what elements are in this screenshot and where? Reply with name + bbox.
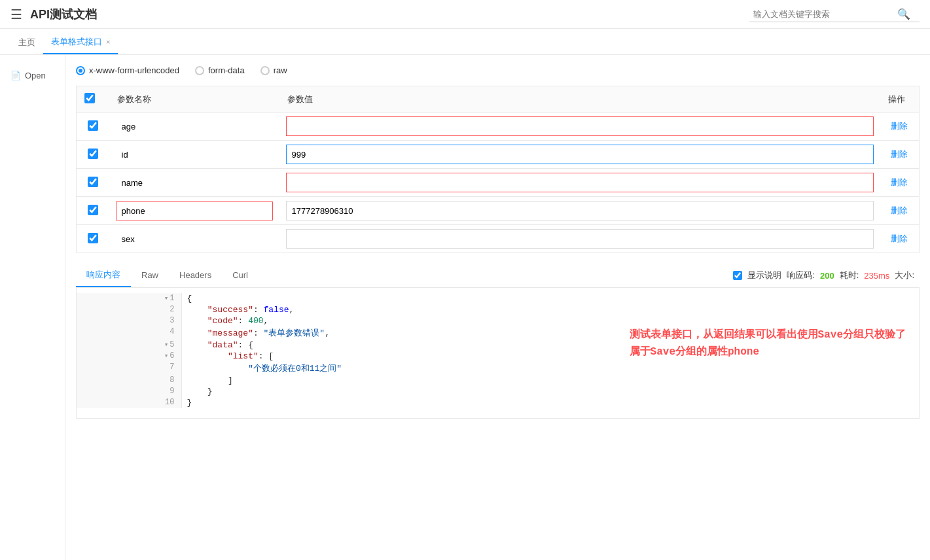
- fold-icon[interactable]: ▾: [164, 351, 169, 360]
- tab-close-icon[interactable]: ×: [106, 38, 110, 46]
- delete-btn-row2[interactable]: 删除: [891, 149, 908, 159]
- radio-formdata-circle: [195, 66, 204, 75]
- response-tabs-bar: 响应内容 Raw Headers Curl 显示说明 响应码: 200 耗时: …: [76, 264, 920, 288]
- param-value-input-row4[interactable]: [286, 201, 874, 220]
- code-line: 3 "code": 400,: [77, 315, 919, 326]
- code-line: 7 "个数必须在0和11之间": [77, 362, 919, 375]
- param-name-input-row1[interactable]: [119, 119, 270, 134]
- sidebar: 📄 Open: [0, 55, 65, 560]
- line-content: }: [182, 386, 919, 397]
- param-value-input-row3[interactable]: [286, 173, 874, 192]
- radio-urlencoded[interactable]: x-www-form-urlencoded: [76, 65, 179, 75]
- response-meta: 显示说明 响应码: 200 耗时: 235ms 大小:: [733, 270, 920, 281]
- line-content: "message": "表单参数错误",: [182, 326, 919, 340]
- param-name-input-row5[interactable]: [119, 232, 270, 247]
- line-number: 2: [77, 304, 182, 315]
- line-content: ]: [182, 375, 919, 386]
- response-tab-curl[interactable]: Curl: [222, 265, 259, 287]
- sidebar-open[interactable]: 📄 Open: [0, 65, 65, 86]
- col-header-value: 参数值: [279, 86, 880, 113]
- table-row: 删除: [77, 225, 920, 253]
- param-name-input-row3[interactable]: [119, 175, 270, 190]
- delete-btn-row4[interactable]: 删除: [891, 205, 908, 215]
- row-checkbox-row2[interactable]: [88, 149, 98, 159]
- delete-btn-row1[interactable]: 删除: [891, 121, 908, 131]
- response-tab-headers[interactable]: Headers: [169, 265, 222, 287]
- code-line: ▾1{: [77, 293, 919, 304]
- code-line: 2 "success": false,: [77, 304, 919, 315]
- line-content: "code": 400,: [182, 315, 919, 326]
- tab-home[interactable]: 主页: [10, 31, 43, 54]
- table-row: 删除: [77, 197, 920, 225]
- show-desc-checkbox[interactable]: [733, 271, 742, 280]
- response-tab-raw[interactable]: Raw: [131, 265, 169, 287]
- row-checkbox-row3[interactable]: [88, 177, 98, 187]
- search-icon: 🔍: [897, 8, 910, 20]
- request-type-group: x-www-form-urlencoded form-data raw: [76, 65, 920, 75]
- header: ☰ API测试文档 🔍: [0, 0, 930, 29]
- delete-btn-row5[interactable]: 删除: [891, 234, 908, 243]
- line-content: "data": {: [182, 340, 919, 351]
- fold-icon[interactable]: ▾: [164, 294, 169, 302]
- search-input[interactable]: [753, 9, 897, 19]
- code-line: 8 ]: [77, 375, 919, 386]
- app-title: API测试文档: [30, 7, 97, 22]
- header-left: ☰ API测试文档: [10, 7, 97, 22]
- tabs-bar: 主页 表单格式接口 ×: [0, 29, 930, 55]
- line-content: }: [182, 397, 919, 408]
- radio-formdata[interactable]: form-data: [195, 65, 245, 75]
- radio-urlencoded-circle: [76, 66, 85, 75]
- line-number: ▾6: [77, 351, 182, 362]
- code-line: 9 }: [77, 386, 919, 397]
- line-number: ▾1: [77, 293, 182, 304]
- main-layout: 📄 Open x-www-form-urlencoded form-data r…: [0, 55, 930, 560]
- fold-icon[interactable]: ▾: [164, 340, 169, 349]
- delete-btn-row3[interactable]: 删除: [891, 177, 908, 187]
- params-table: 参数名称 参数值 操作 删除删除删除删除删除: [76, 86, 920, 253]
- menu-icon[interactable]: ☰: [10, 7, 22, 22]
- col-header-check: [77, 86, 109, 113]
- response-code-block: ▾1{2 "success": false,3 "code": 400,4 "m…: [76, 288, 920, 419]
- line-content: "success": false,: [182, 304, 919, 315]
- line-number: 9: [77, 386, 182, 397]
- code-line: 10}: [77, 397, 919, 408]
- line-number: 10: [77, 397, 182, 408]
- radio-raw[interactable]: raw: [260, 65, 287, 75]
- line-number: 8: [77, 375, 182, 386]
- line-number: ▾5: [77, 340, 182, 351]
- table-row: 删除: [77, 169, 920, 197]
- code-line: ▾6 "list": [: [77, 351, 919, 362]
- col-header-name: 参数名称: [109, 86, 279, 113]
- param-value-input-row1[interactable]: [286, 116, 874, 136]
- search-bar: 🔍: [749, 7, 920, 22]
- param-value-input-row2[interactable]: [286, 145, 874, 164]
- param-value-input-row5[interactable]: [286, 229, 874, 249]
- content-area: x-www-form-urlencoded form-data raw 参数名称: [65, 55, 930, 560]
- code-line: 4 "message": "表单参数错误",: [77, 326, 919, 340]
- code-line: ▾5 "data": {: [77, 340, 919, 351]
- table-row: 删除: [77, 141, 920, 169]
- radio-raw-circle: [260, 66, 270, 75]
- line-number: 3: [77, 315, 182, 326]
- line-number: 4: [77, 326, 182, 340]
- line-content: "list": [: [182, 351, 919, 362]
- line-content: "个数必须在0和11之间": [182, 362, 919, 375]
- table-row: 删除: [77, 113, 920, 141]
- code-lines: ▾1{2 "success": false,3 "code": 400,4 "m…: [77, 293, 919, 408]
- select-all-checkbox[interactable]: [84, 93, 95, 103]
- line-number: 7: [77, 362, 182, 375]
- row-checkbox-row4[interactable]: [88, 205, 98, 215]
- file-icon: 📄: [10, 71, 21, 80]
- response-section: 响应内容 Raw Headers Curl 显示说明 响应码: 200 耗时: …: [76, 264, 920, 419]
- row-checkbox-row1[interactable]: [88, 120, 98, 131]
- tab-active[interactable]: 表单格式接口 ×: [43, 31, 118, 54]
- response-tab-content[interactable]: 响应内容: [76, 264, 131, 287]
- line-content: {: [182, 293, 919, 304]
- col-header-action: 操作: [880, 86, 920, 113]
- param-name-input-row4[interactable]: [119, 203, 270, 219]
- param-name-input-row2[interactable]: [119, 147, 270, 162]
- row-checkbox-row5[interactable]: [88, 233, 98, 243]
